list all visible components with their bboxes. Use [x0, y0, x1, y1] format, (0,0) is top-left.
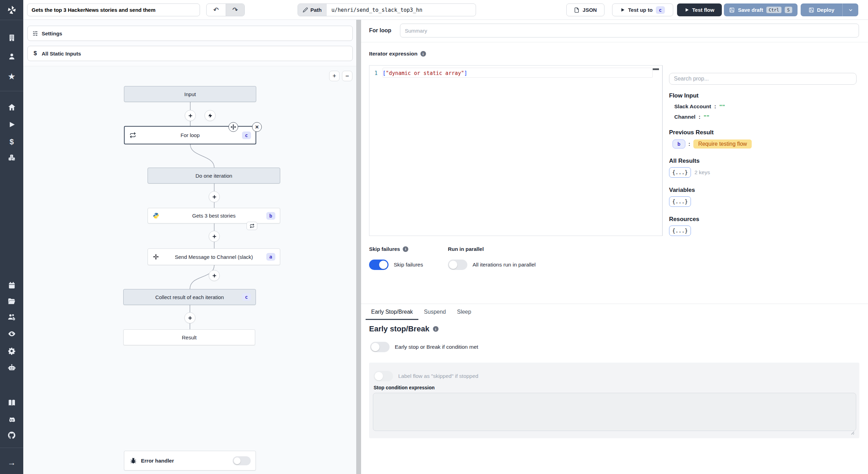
node-result[interactable]: Result [123, 329, 255, 345]
error-handler-toggle[interactable] [233, 456, 251, 465]
node-gets-3-best-stories[interactable]: Gets 3 best stories b [148, 208, 280, 223]
label-skipped-toggle-label: Label flow as "skipped" if stopped [398, 373, 478, 379]
node-send-message-slack[interactable]: Send Message to Channel (slack) a [148, 248, 280, 265]
label-skipped-toggle[interactable] [374, 371, 393, 381]
panel-resize-splitter[interactable] [356, 20, 361, 474]
plus-icon [212, 234, 217, 239]
ai-robot-icon[interactable] [0, 362, 23, 373]
deploy-more-button[interactable] [842, 3, 858, 16]
move-node-button[interactable] [228, 122, 238, 132]
discord-icon[interactable] [0, 414, 23, 426]
test-flow-button[interactable]: Test flow [677, 3, 722, 16]
undo-button[interactable]: ↶ [207, 4, 226, 16]
skip-failures-title: Skip failures i [369, 246, 423, 252]
summary-input[interactable] [400, 24, 859, 37]
sidebar-divider [0, 448, 23, 448]
flow-settings-button[interactable]: Settings [27, 26, 353, 41]
delete-node-button[interactable]: ✕ [252, 122, 262, 132]
add-step-button[interactable] [184, 312, 195, 323]
prop-key: Slack Account [674, 103, 711, 110]
left-sidebar: ★ $ [0, 0, 23, 474]
file-icon [574, 7, 579, 13]
settings-gear-icon[interactable] [0, 345, 23, 357]
info-icon[interactable]: i [403, 246, 408, 252]
add-step-button[interactable] [209, 270, 220, 281]
path-value[interactable]: u/henri/send_to_slack_top3_hn [327, 7, 427, 13]
redo-button[interactable]: ↷ [226, 4, 245, 16]
early-stop-heading: Early stop/Break i [369, 324, 439, 333]
trigger-bolt-button[interactable] [205, 110, 216, 121]
home-icon[interactable] [0, 101, 23, 113]
variables-object-badge[interactable]: {...} [669, 196, 691, 207]
resources-cubes-icon[interactable] [0, 152, 23, 163]
flow-input-heading: Flow Input [669, 92, 868, 99]
add-step-button[interactable] [185, 110, 196, 121]
node-collect-result[interactable]: Collect result of each iteration c [123, 289, 256, 305]
node-do-one-iteration[interactable]: Do one iteration [148, 168, 280, 184]
audit-eye-icon[interactable] [0, 328, 23, 340]
save-icon [729, 7, 735, 13]
stop-condition-textarea[interactable] [373, 393, 856, 431]
prop-channel[interactable]: Channel : "" [669, 114, 868, 120]
step-b-badge[interactable]: b [673, 139, 685, 149]
loop-over-button[interactable] [247, 222, 257, 230]
path-control[interactable]: Path u/henri/send_to_slack_top3_hn [298, 3, 476, 16]
kbd-ctrl: Ctrl [766, 7, 782, 13]
runs-play-icon[interactable] [0, 119, 23, 130]
all-results-object-badge[interactable]: {...} [669, 167, 691, 178]
early-stop-toggle-label: Early stop or Break if condition met [395, 344, 478, 350]
skip-failures-toggle[interactable] [369, 260, 389, 270]
resize-grip-icon[interactable] [850, 431, 854, 435]
plus-icon [212, 273, 217, 278]
run-in-parallel-toggle[interactable] [448, 260, 467, 270]
user-icon[interactable] [0, 51, 23, 62]
info-icon[interactable]: i [433, 326, 439, 332]
run-in-parallel-toggle-label: All iterations run in parallel [473, 262, 536, 268]
expand-arrow-right-icon[interactable]: → [0, 457, 23, 468]
variables-heading: Variables [669, 187, 868, 194]
schedules-calendar-icon[interactable] [0, 279, 23, 291]
error-handler-node[interactable]: Error handler [124, 451, 256, 471]
python-icon [153, 212, 159, 219]
favorites-star-icon[interactable]: ★ [0, 70, 23, 82]
add-step-button[interactable] [209, 231, 220, 242]
github-icon[interactable] [0, 429, 23, 441]
toggle-knob [449, 261, 457, 269]
windmill-logo-icon[interactable] [0, 4, 23, 16]
node-gets-3-best-stories-badge: b [266, 212, 275, 220]
tab-early-stop-break[interactable]: Early Stop/Break [366, 304, 418, 320]
save-draft-button[interactable]: Save draft Ctrl S [724, 3, 798, 16]
iterator-expression-text: Iterator expression [369, 51, 418, 57]
tab-sleep[interactable]: Sleep [451, 304, 477, 320]
groups-users-gear-icon[interactable] [0, 311, 23, 323]
all-static-inputs-button[interactable]: $ All Static Inputs [27, 46, 353, 61]
toggle-knob [375, 372, 383, 380]
test-up-to-label: Test up to [628, 7, 653, 13]
deploy-button[interactable]: Deploy [801, 3, 842, 16]
path-label: Path [310, 7, 322, 13]
variables-dollar-icon[interactable]: $ [0, 136, 23, 148]
search-prop-input[interactable] [669, 73, 857, 85]
canvas-zoom-in-button[interactable]: + [329, 71, 340, 81]
windmill-flow-editor: ★ $ [0, 0, 868, 474]
add-step-button[interactable] [209, 191, 220, 202]
iterator-code-editor[interactable]: 1 ["dynamic or static array"] [369, 65, 662, 236]
early-stop-toggle[interactable] [370, 342, 390, 352]
resources-object-badge[interactable]: {...} [669, 226, 691, 236]
docs-book-icon[interactable] [0, 397, 23, 409]
stop-condition-panel: Label flow as "skipped" if stopped Stop … [369, 363, 859, 438]
node-send-message-slack-label: Send Message to Channel (slack) [175, 254, 253, 260]
canvas-zoom-out-button[interactable]: − [342, 71, 352, 81]
flow-canvas[interactable]: + − Input For loop c [23, 66, 356, 474]
info-icon[interactable]: i [420, 51, 426, 57]
tab-suspend[interactable]: Suspend [418, 304, 451, 320]
node-input[interactable]: Input [124, 86, 256, 102]
prop-slack-account[interactable]: Slack Account : "" [669, 103, 868, 110]
plus-icon [212, 194, 217, 200]
folders-icon[interactable] [0, 295, 23, 307]
flow-title-input[interactable] [27, 3, 200, 16]
path-chip[interactable]: Path [298, 4, 327, 16]
workspace-building-icon[interactable] [0, 32, 23, 44]
test-up-to-button[interactable]: Test up to c [612, 3, 673, 16]
json-button[interactable]: JSON [566, 3, 604, 16]
